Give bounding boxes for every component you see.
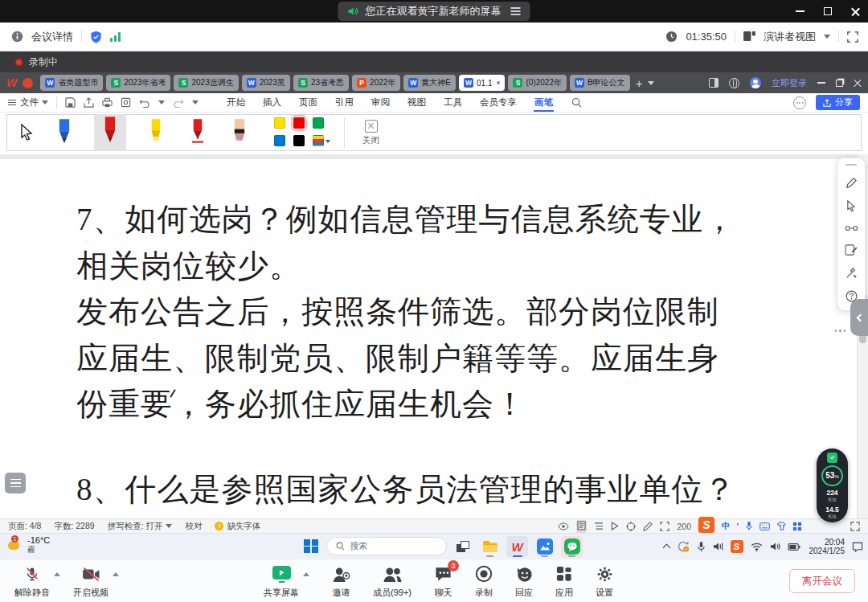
eye-icon[interactable] — [558, 522, 569, 530]
document-tab[interactable]: W 2023黑 — [242, 75, 290, 91]
ime-toolbox-icon[interactable] — [792, 522, 802, 531]
apps-button[interactable]: 应用 — [555, 564, 573, 599]
start-video-button[interactable]: 开启视频 — [73, 564, 108, 599]
missing-font-warning[interactable]: !缺失字体 — [215, 521, 260, 532]
screenshot-icon[interactable] — [660, 522, 669, 531]
clock[interactable]: 20:04 2024/1/25 — [809, 538, 845, 555]
invite-button[interactable]: 邀请 — [332, 564, 350, 599]
undo-chevron-icon[interactable] — [158, 100, 165, 104]
ime-keyboard-icon[interactable] — [760, 522, 770, 530]
leave-meeting-button[interactable]: 离开会议 — [789, 569, 855, 593]
browser-icon[interactable] — [729, 78, 739, 88]
redo-icon[interactable] — [173, 98, 184, 108]
preview-icon[interactable] — [121, 97, 131, 108]
view-mode-selector[interactable]: 演讲者视图 — [764, 30, 816, 44]
maximize-icon[interactable] — [824, 7, 832, 15]
taskbar-search[interactable]: 搜索 — [326, 537, 447, 555]
wechat-app-button[interactable] — [561, 536, 583, 557]
target-icon[interactable] — [626, 522, 636, 531]
fit-window-icon[interactable] — [850, 522, 860, 531]
fullscreen-icon[interactable] — [847, 31, 858, 43]
minimize-icon[interactable] — [796, 10, 805, 12]
yellow-highlighter-tool[interactable] — [144, 117, 168, 149]
export-icon[interactable] — [84, 97, 94, 108]
document-tab[interactable]: S 2023年省考 — [106, 75, 170, 91]
ribbon-menu-item[interactable]: 审阅 — [362, 93, 399, 112]
ime-language-toggle[interactable]: 中 — [722, 521, 731, 532]
share-options-chevron-icon[interactable] — [303, 572, 309, 576]
settings-button[interactable]: 设置 — [596, 564, 613, 599]
document-tab[interactable]: S 23省考悉 — [293, 75, 349, 91]
meeting-details-link[interactable]: 会议详情 — [31, 30, 73, 44]
new-tab-button[interactable]: + — [636, 77, 643, 89]
login-link[interactable]: 立即登录 — [772, 77, 807, 89]
start-button[interactable] — [304, 539, 318, 554]
ribbon-menu-item[interactable]: 画笔 — [526, 93, 562, 112]
tray-expand-icon[interactable] — [662, 544, 670, 552]
ribbon-menu-item[interactable]: 引用 — [326, 93, 362, 112]
ime-skin-icon[interactable] — [776, 522, 786, 530]
ribbon-menu-item[interactable]: 会员专享 — [471, 93, 526, 112]
sogou-tray-icon[interactable]: S — [731, 540, 743, 553]
document-tab[interactable]: W 省类题型市 — [40, 75, 103, 91]
docer-icon[interactable] — [23, 78, 33, 88]
select-cursor-icon[interactable] — [845, 200, 857, 212]
mic-options-chevron-icon[interactable] — [54, 572, 60, 576]
document-tab[interactable]: S 2023选调生 — [174, 75, 238, 91]
ime-punct-toggle[interactable]: ' — [737, 522, 739, 531]
tab-list-chevron-icon[interactable] — [648, 81, 654, 85]
ribbon-menu-item[interactable]: 开始 — [218, 93, 254, 112]
chevron-down-icon[interactable] — [824, 35, 830, 39]
wifi-icon[interactable] — [751, 543, 763, 551]
weather-widget[interactable]: 1 -16°C 霾 — [6, 535, 50, 555]
file-explorer-button[interactable] — [479, 536, 501, 557]
red-pen-tool-selected[interactable] — [94, 114, 126, 151]
color-swatch[interactable] — [293, 135, 305, 146]
eraser-tool[interactable] — [227, 117, 252, 149]
photos-app-button[interactable] — [534, 536, 555, 557]
sogou-ime-icon[interactable]: S — [698, 517, 714, 533]
ribbon-menu-item[interactable]: 工具 — [435, 93, 471, 112]
task-view-button[interactable] — [452, 536, 473, 557]
drag-handle[interactable] — [845, 164, 857, 166]
avatar[interactable] — [750, 77, 761, 88]
color-swatch[interactable] — [313, 117, 324, 129]
redo-chevron-icon[interactable] — [192, 100, 199, 104]
undo-icon[interactable] — [139, 98, 150, 108]
print-icon[interactable] — [102, 97, 113, 108]
collapse-panel-tab[interactable] — [850, 299, 868, 336]
record-button[interactable]: 录制 — [475, 564, 493, 599]
close-icon[interactable] — [851, 7, 860, 16]
ribbon-menu-item[interactable]: 视图 — [399, 93, 435, 112]
security-shield-icon[interactable] — [90, 31, 102, 43]
page-view-icon[interactable] — [576, 520, 587, 533]
ime-mic-icon[interactable] — [745, 521, 753, 531]
document-tab[interactable]: P 2022年 — [352, 75, 400, 91]
audio-mixer-icon[interactable] — [713, 542, 723, 551]
color-swatch[interactable] — [274, 117, 285, 129]
ribbon-menu-item[interactable]: 页面 — [290, 93, 326, 112]
wps-restore-icon[interactable] — [836, 80, 843, 87]
save-icon[interactable] — [65, 97, 76, 108]
play-icon[interactable] — [611, 522, 619, 530]
doc-edit-icon[interactable] — [845, 244, 858, 256]
members-button[interactable]: 成员(99+) — [373, 564, 411, 599]
document-tab[interactable]: S (0)2022年 — [508, 75, 566, 91]
document-tab[interactable]: W 01.1 — [459, 75, 505, 91]
annotation-list-button[interactable] — [5, 473, 26, 493]
chat-button[interactable]: 3 聊天 — [434, 564, 452, 599]
battery-icon[interactable] — [788, 543, 800, 551]
wps-logo[interactable]: W — [6, 76, 17, 89]
network-signal-icon[interactable] — [110, 32, 121, 42]
color-swatch[interactable] — [274, 135, 285, 146]
file-menu-chevron-icon[interactable] — [42, 100, 48, 104]
unmute-button[interactable]: 解除静音 — [14, 564, 50, 599]
color-swatch[interactable] — [293, 117, 305, 129]
ribbon-menu-item[interactable]: 插入 — [254, 93, 290, 112]
sync-tray-icon[interactable] — [677, 540, 690, 553]
more-dots-icon[interactable] — [835, 330, 846, 332]
search-icon[interactable] — [571, 97, 582, 108]
hamburger-icon[interactable] — [8, 100, 16, 106]
video-options-chevron-icon[interactable] — [113, 572, 119, 576]
wps-app-button[interactable]: W — [506, 536, 528, 557]
